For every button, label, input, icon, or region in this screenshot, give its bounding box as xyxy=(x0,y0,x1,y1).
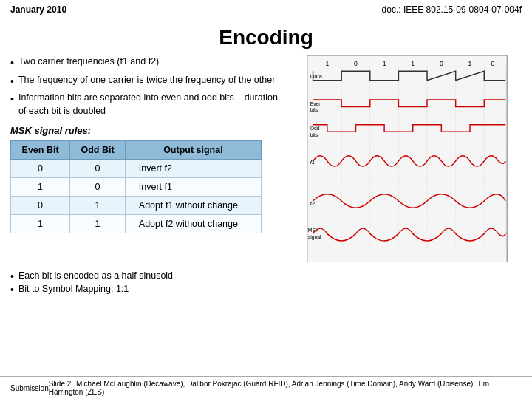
table-row: 00Invert f2 xyxy=(11,160,262,178)
signal-diagram-panel: 1 0 1 1 0 1 0 Data Even bits xyxy=(293,55,522,265)
output-signal-cell: Adopt f1 without change xyxy=(125,197,261,215)
footer-center: Slide 2 Michael McLaughlin (Decawave), D… xyxy=(49,380,522,396)
bullet-icon: • xyxy=(10,75,14,89)
table-row: 11Adopt f2 without change xyxy=(11,215,262,233)
table-row: 10Invert f1 xyxy=(11,178,262,197)
odd-bit-cell: 1 xyxy=(70,215,126,233)
even-bit-cell: 0 xyxy=(11,197,70,215)
bullet-icon: • xyxy=(10,284,14,296)
list-item: • The frequency of one carrier is twice … xyxy=(10,74,284,89)
bullet-text: Bit to Symbol Mapping: 1:1 xyxy=(18,284,129,294)
header: January 2010 doc.: IEEE 802.15-09-0804-0… xyxy=(0,0,532,18)
svg-text:f2: f2 xyxy=(310,200,316,207)
svg-text:signal: signal xyxy=(308,234,321,240)
svg-text:1: 1 xyxy=(383,60,386,67)
bullet-text: Each bit is encoded as a half sinusoid xyxy=(18,270,173,281)
list-item: • Two carrier frequencies (f1 and f2) xyxy=(10,55,284,71)
left-panel: • Two carrier frequencies (f1 and f2) • … xyxy=(10,55,284,265)
even-bit-cell: 1 xyxy=(11,215,70,233)
output-signal-cell: Invert f1 xyxy=(125,178,261,197)
bullet-icon: • xyxy=(10,56,14,71)
svg-text:bits: bits xyxy=(310,107,318,112)
col-header-output: Output signal xyxy=(125,141,261,160)
bottom-section: • Each bit is encoded as a half sinusoid… xyxy=(0,265,532,300)
bullet-list: • Two carrier frequencies (f1 and f2) • … xyxy=(10,55,284,117)
bullet-text: Two carrier frequencies (f1 and f2) xyxy=(18,55,159,69)
bullet-icon: • xyxy=(10,92,14,107)
svg-text:1: 1 xyxy=(411,60,415,67)
footer-authors: Michael McLaughlin (Decawave), Dalibor P… xyxy=(49,380,489,396)
header-left: January 2010 xyxy=(10,4,66,15)
svg-rect-0 xyxy=(307,55,507,262)
svg-text:Odd: Odd xyxy=(310,126,320,131)
svg-text:1: 1 xyxy=(468,60,472,67)
list-item: • Information bits are separated into ev… xyxy=(10,92,284,117)
signal-diagram-svg: 1 0 1 1 0 1 0 Data Even bits xyxy=(293,55,522,262)
odd-bit-cell: 0 xyxy=(70,160,126,178)
svg-text:0: 0 xyxy=(491,60,494,67)
list-item: • Bit to Symbol Mapping: 1:1 xyxy=(10,284,522,296)
bullet-text: Information bits are separated into even… xyxy=(18,92,284,117)
svg-text:0: 0 xyxy=(440,60,443,67)
svg-text:1: 1 xyxy=(325,60,329,67)
main-content: • Two carrier frequencies (f1 and f2) • … xyxy=(0,55,532,265)
svg-text:0: 0 xyxy=(354,60,358,67)
col-header-even: Even Bit xyxy=(11,141,70,160)
output-signal-cell: Invert f2 xyxy=(125,160,261,178)
even-bit-cell: 1 xyxy=(11,178,70,197)
page-title: Encoding xyxy=(0,18,532,55)
footer-left: Submission xyxy=(10,384,49,392)
output-signal-cell: Adopt f2 without change xyxy=(125,215,261,233)
bullet-text: The frequency of one carrier is twice th… xyxy=(18,74,275,87)
svg-text:Data: Data xyxy=(310,73,323,80)
odd-bit-cell: 1 xyxy=(70,197,126,215)
bullet-icon: • xyxy=(10,270,14,282)
signal-table: Even Bit Odd Bit Output signal 00Invert … xyxy=(10,140,262,233)
col-header-odd: Odd Bit xyxy=(70,141,126,160)
header-right: doc.: IEEE 802.15-09-0804-07-004f xyxy=(382,4,522,15)
svg-text:bits: bits xyxy=(310,132,318,137)
table-row: 01Adopt f1 without change xyxy=(11,197,262,215)
odd-bit-cell: 0 xyxy=(70,178,126,197)
msk-label: MSK signal rules: xyxy=(10,125,284,136)
list-item: • Each bit is encoded as a half sinusoid xyxy=(10,270,522,282)
even-bit-cell: 0 xyxy=(11,160,70,178)
bottom-bullet-list: • Each bit is encoded as a half sinusoid… xyxy=(10,270,522,296)
svg-text:Even: Even xyxy=(310,101,322,106)
footer: Submission Slide 2 Michael McLaughlin (D… xyxy=(0,376,532,399)
